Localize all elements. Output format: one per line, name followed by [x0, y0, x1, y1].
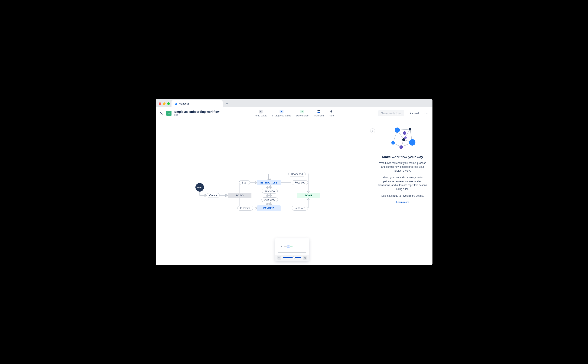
panel-paragraph: Here, you can add statuses, create pathw… — [377, 176, 428, 191]
browser-tab[interactable]: Atlassian — [172, 100, 223, 107]
window-zoom-icon[interactable] — [167, 102, 170, 105]
info-panel: Make work flow your way Workflows repres… — [373, 120, 432, 265]
window-controls — [158, 102, 172, 107]
window-minimize-icon[interactable] — [163, 102, 165, 105]
minimap-viewport[interactable] — [278, 241, 306, 253]
zoom-slider[interactable] — [283, 257, 301, 258]
add-done-status-button[interactable]: + Done status — [296, 110, 309, 117]
plus-icon: + — [300, 110, 304, 113]
atlassian-logo-icon — [174, 102, 178, 105]
transition-approved[interactable]: Approved — [261, 197, 278, 202]
browser-tabstrip: Atlassian — [156, 99, 432, 107]
svg-point-4 — [427, 113, 428, 114]
status-pending[interactable]: PENDING — [257, 205, 281, 211]
svg-point-39 — [409, 139, 416, 146]
svg-point-35 — [403, 131, 406, 135]
lightning-icon — [329, 110, 333, 113]
project-avatar-icon — [166, 111, 172, 116]
start-node[interactable]: START — [195, 183, 204, 192]
transition-icon — [317, 110, 321, 113]
workflow-title: Employee onboarding workflow — [174, 110, 220, 114]
panel-paragraph: Select a status to reveal more details. — [381, 194, 424, 198]
transition-in-review[interactable]: In review — [262, 189, 277, 194]
network-graph-illustration — [389, 126, 416, 151]
title-block: Employee onboarding workflow HR — [174, 110, 220, 117]
window-close-icon[interactable] — [159, 102, 161, 105]
save-button[interactable]: Save and close — [378, 110, 404, 116]
plus-icon: + — [259, 110, 263, 113]
learn-more-link[interactable]: Learn more — [396, 201, 409, 204]
close-editor-button[interactable] — [159, 111, 163, 115]
discard-button[interactable]: Discard — [406, 110, 421, 116]
more-actions-button[interactable] — [423, 110, 429, 116]
header-actions: Save and close Discard — [378, 110, 429, 116]
transition-resolved-2[interactable]: Resolved — [292, 206, 308, 210]
add-transition-button[interactable]: Transition — [314, 110, 324, 117]
svg-line-18 — [280, 258, 280, 259]
panel-collapse-button[interactable] — [370, 128, 375, 133]
tool-label: Transition — [314, 114, 324, 117]
app-window: Atlassian Employee onboarding workflow H… — [156, 99, 432, 265]
workflow-diagram: START Create TO DO Start IN PROGRESS In … — [193, 170, 330, 226]
panel-paragraph: Workflows represent your team's process … — [377, 161, 428, 173]
zoom-out-button[interactable] — [277, 256, 281, 260]
svg-point-38 — [404, 136, 407, 139]
svg-point-37 — [391, 141, 395, 144]
tool-label: Done status — [296, 114, 309, 117]
project-name: HR — [174, 114, 220, 117]
transition-reopened[interactable]: Reopened — [288, 172, 305, 176]
svg-point-34 — [409, 128, 411, 130]
add-rule-button[interactable]: Rule — [329, 110, 334, 117]
editor-body: START Create TO DO Start IN PROGRESS In … — [156, 120, 432, 265]
add-todo-status-button[interactable]: + To-do status — [254, 110, 267, 117]
new-tab-button[interactable] — [224, 101, 230, 107]
zoom-in-button[interactable] — [303, 256, 307, 260]
tool-label: In-progress status — [272, 114, 291, 117]
panel-heading: Make work flow your way — [382, 155, 423, 159]
transition-in-review-2[interactable]: In review — [237, 206, 253, 210]
tool-label: To-do status — [254, 114, 267, 117]
plus-icon: + — [279, 110, 283, 113]
toolbar: + To-do status + In-progress status + Do… — [254, 110, 334, 117]
svg-point-33 — [395, 128, 400, 133]
zoom-controls — [275, 255, 309, 261]
svg-line-21 — [305, 258, 306, 259]
svg-point-40 — [399, 145, 403, 149]
editor-header: Employee onboarding workflow HR + To-do … — [156, 107, 432, 120]
svg-point-3 — [426, 113, 427, 114]
status-todo[interactable]: TO DO — [228, 193, 251, 198]
workflow-canvas[interactable]: START Create TO DO Start IN PROGRESS In … — [156, 120, 373, 265]
tab-title: Atlassian — [179, 102, 191, 105]
transition-resolved-1[interactable]: Resolved — [292, 180, 308, 185]
transition-start[interactable]: Start — [239, 180, 250, 185]
svg-rect-0 — [317, 110, 320, 111]
add-inprogress-status-button[interactable]: + In-progress status — [272, 110, 291, 117]
status-done[interactable]: DONE — [297, 193, 320, 198]
tool-label: Rule — [329, 114, 334, 117]
transition-create[interactable]: Create — [206, 193, 220, 198]
svg-point-2 — [424, 113, 425, 114]
start-node-label: START — [197, 187, 202, 188]
minimap — [275, 238, 309, 261]
chevron-right-icon — [371, 130, 374, 132]
status-in-progress[interactable]: IN PROGRESS — [257, 180, 281, 185]
